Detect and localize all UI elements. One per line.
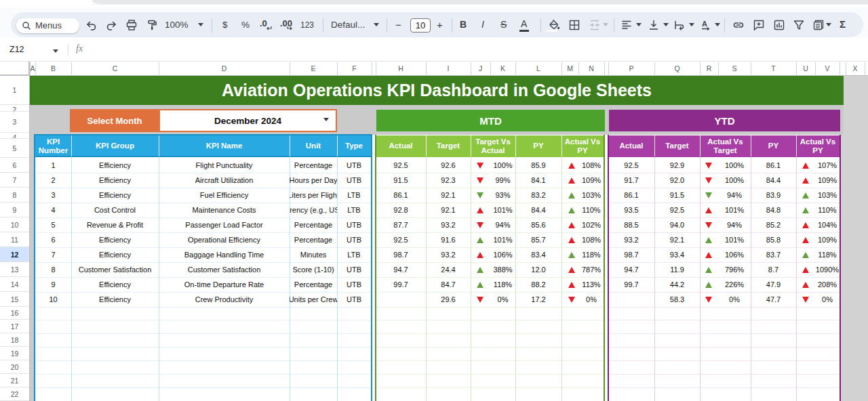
- svg-text:A: A: [702, 20, 707, 28]
